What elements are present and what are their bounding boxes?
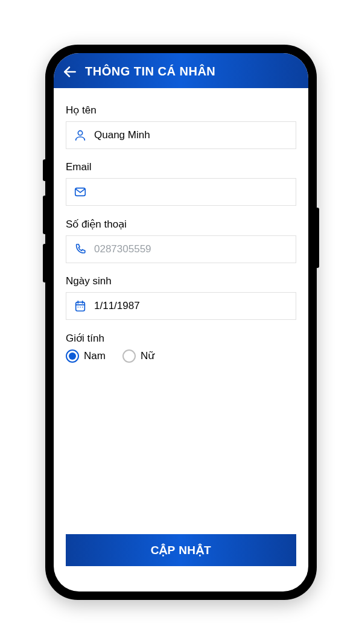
app-screen: THÔNG TIN CÁ NHÂN Họ tên Quang Minh — [54, 53, 308, 591]
spacer — [66, 375, 296, 534]
name-value: Quang Minh — [94, 129, 288, 141]
submit-label: CẬP NHẬT — [151, 544, 211, 556]
dob-input[interactable]: 1/11/1987 — [66, 292, 296, 320]
gender-radio-female[interactable]: Nữ — [122, 349, 154, 363]
app-header: THÔNG TIN CÁ NHÂN — [54, 53, 308, 88]
radio-selected-icon — [66, 349, 79, 363]
back-button[interactable] — [62, 64, 78, 80]
email-label: Email — [66, 161, 296, 173]
submit-button[interactable]: CẬP NHẬT — [66, 534, 296, 566]
email-field-group: Email — [66, 161, 296, 206]
gender-male-label: Nam — [84, 350, 106, 362]
gender-field-group: Giới tính Nam Nữ — [66, 332, 296, 363]
dob-field-group: Ngày sinh 1/11/1987 — [66, 275, 296, 320]
phone-side-button — [43, 196, 46, 234]
dob-value: 1/11/1987 — [94, 300, 288, 312]
radio-unselected-icon — [122, 349, 136, 363]
envelope-icon — [74, 185, 87, 199]
gender-radio-male[interactable]: Nam — [66, 349, 106, 363]
form-content: Họ tên Quang Minh Email — [54, 88, 308, 591]
phone-value: 0287305559 — [94, 243, 288, 255]
gender-label: Giới tính — [66, 332, 296, 345]
phone-side-button — [43, 159, 46, 181]
phone-input[interactable]: 0287305559 — [66, 235, 296, 263]
arrow-left-icon — [62, 64, 78, 80]
gender-female-label: Nữ — [141, 349, 154, 362]
name-label: Họ tên — [66, 104, 296, 116]
email-input[interactable] — [66, 178, 296, 206]
dob-label: Ngày sinh — [66, 275, 296, 287]
svg-point-1 — [78, 130, 82, 135]
svg-rect-3 — [76, 302, 85, 311]
phone-side-button — [316, 208, 319, 268]
name-input[interactable]: Quang Minh — [66, 121, 296, 149]
gender-radio-group: Nam Nữ — [66, 349, 296, 363]
name-field-group: Họ tên Quang Minh — [66, 104, 296, 149]
user-icon — [74, 129, 87, 142]
calendar-icon — [74, 299, 87, 313]
page-title: THÔNG TIN CÁ NHÂN — [85, 65, 215, 78]
phone-label: Số điện thoại — [66, 218, 296, 231]
phone-frame: THÔNG TIN CÁ NHÂN Họ tên Quang Minh — [45, 45, 317, 600]
phone-side-button — [43, 244, 46, 282]
phone-icon — [74, 243, 87, 256]
phone-field-group: Số điện thoại 0287305559 — [66, 218, 296, 263]
